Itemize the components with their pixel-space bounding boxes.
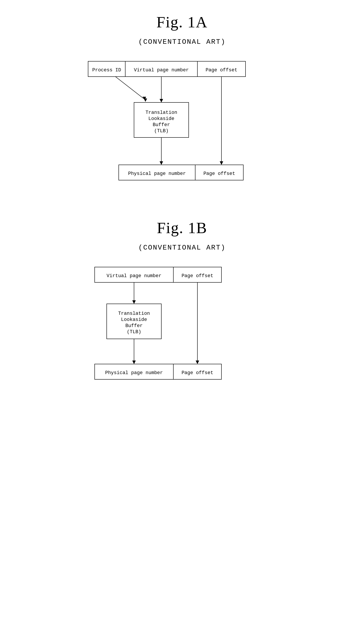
- svg-marker-9: [220, 161, 223, 165]
- fig1b-title: Fig. 1B: [157, 219, 207, 237]
- svg-text:(TLB): (TLB): [154, 128, 168, 134]
- svg-text:Lookaside: Lookaside: [148, 116, 174, 122]
- fig1a-diagram: Process ID Virtual page number Page offs…: [84, 57, 280, 193]
- svg-text:(TLB): (TLB): [127, 329, 141, 335]
- fig1a-title: Fig. 1A: [156, 13, 207, 31]
- page-offset-top-label-1a: Page offset: [205, 68, 237, 73]
- svg-text:Buffer: Buffer: [125, 323, 143, 328]
- physical-page-number-label-1b: Physical page number: [105, 370, 163, 376]
- fig1b-subtitle: (CONVENTIONAL ART): [138, 244, 226, 252]
- svg-text:Lookaside: Lookaside: [121, 317, 147, 322]
- virtual-page-number-label-1a: Virtual page number: [134, 68, 189, 73]
- page-offset-top-label-1b: Page offset: [182, 273, 213, 279]
- svg-text:Buffer: Buffer: [153, 122, 170, 128]
- svg-marker-23: [196, 360, 199, 364]
- fig1b-section: Fig. 1B (CONVENTIONAL ART) Virtual page …: [17, 219, 347, 390]
- page: Fig. 1A (CONVENTIONAL ART) Process ID Vi…: [0, 0, 364, 630]
- svg-marker-29: [132, 360, 136, 364]
- physical-page-number-label-1a: Physical page number: [128, 171, 185, 176]
- fig1a-subtitle: (CONVENTIONAL ART): [138, 38, 226, 46]
- svg-line-3: [115, 76, 145, 100]
- svg-marker-5: [144, 98, 147, 102]
- tlb-label-1a: Translation: [145, 110, 177, 115]
- virtual-page-number-label-1b: Virtual page number: [106, 273, 161, 279]
- process-id-label: Process ID: [92, 68, 121, 73]
- svg-marker-15: [160, 161, 163, 165]
- svg-marker-7: [160, 99, 163, 102]
- tlb-label-1b: Translation: [118, 311, 150, 316]
- fig1b-diagram: Virtual page number Page offset Translat…: [84, 263, 280, 390]
- page-offset-bottom-label-1a: Page offset: [203, 171, 235, 176]
- svg-marker-21: [132, 300, 136, 304]
- fig1a-section: Fig. 1A (CONVENTIONAL ART) Process ID Vi…: [17, 13, 347, 193]
- page-offset-bottom-label-1b: Page offset: [182, 370, 213, 376]
